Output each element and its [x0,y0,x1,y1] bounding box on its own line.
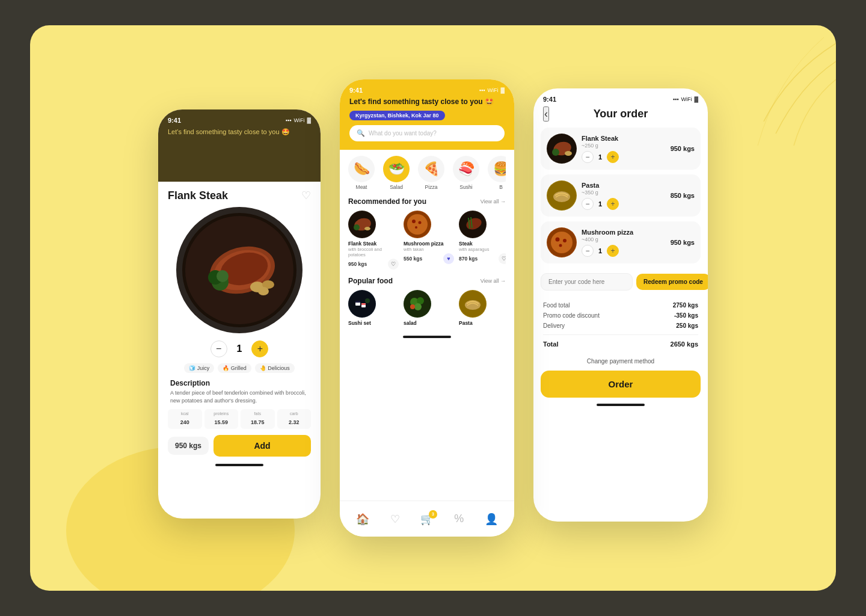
popular-item-2[interactable]: Pasta [459,290,506,326]
add-to-cart-button[interactable]: Add [213,435,311,457]
order-item-img-0 [547,134,577,164]
svg-point-34 [410,304,415,309]
category-burger[interactable]: 🍔 B [488,156,506,190]
order-item-name-0: Flank Steak [582,135,666,142]
order-increment-2[interactable]: + [607,245,619,257]
svg-point-18 [419,221,422,224]
category-sushi[interactable]: 🍣 Sushi [453,156,479,190]
svg-point-40 [565,151,572,156]
meat-icon-circle: 🌭 [348,156,375,182]
popular-item-1[interactable]: salad [404,290,454,326]
nav-favorites[interactable]: ♡ [390,513,400,526]
pizza-icon-circle: 🍕 [418,156,444,182]
order-button[interactable]: Order [541,371,701,398]
order-decrement-1[interactable]: − [582,198,594,210]
svg-point-29 [365,298,370,303]
pizza-label: Pizza [425,184,438,190]
description-title: Description [170,379,309,387]
steak-mini-svg [348,211,376,238]
recommended-img-1 [404,211,431,238]
sushi-label: Sushi [459,184,472,190]
steak2-mini-svg [459,211,487,238]
recommended-section-header: Recommended for you View all → [348,197,506,206]
like-button-1[interactable]: ♥ [443,253,454,264]
phone-order-screen: 9:41 ▪▪▪ WiFi ▓ ‹ Your order [533,88,708,522]
tag-juicy: 🧊 Juicy [184,363,214,373]
promo-button[interactable]: Redeem promo code [636,274,708,290]
kcal-value: 240 [180,419,189,425]
like-button-0[interactable]: ♡ [388,259,399,270]
phone-detail-screen: 9:41 ▪▪▪ WiFi ▓ Let's find something tas… [158,109,321,519]
recommended-item-2[interactable]: Steak with asparagus 870 kgs ♡ [459,211,506,270]
favorite-icon[interactable]: ♡ [301,189,311,202]
order-item-img-1 [547,180,577,211]
decrement-button[interactable]: − [210,340,227,357]
order-increment-1[interactable]: + [607,198,619,210]
category-salad[interactable]: 🥗 Salad [383,156,410,190]
popular-img-0 [348,290,376,318]
promo-section: Redeem promo code [533,268,708,295]
recommended-item-0[interactable]: Flank Steak with broccoli and potatoes 9… [348,211,399,270]
status-bar: 9:41 ▪▪▪ WiFi ▓ [168,117,311,124]
order-qty-row-1: − 1 + [582,198,666,210]
header-greeting: Let's find something tasty close to you … [168,128,311,136]
total-value: 2650 kgs [671,340,698,348]
nav-promos[interactable]: % [454,513,464,525]
summary-promo-row: Promo code discount -350 kgs [543,310,698,321]
nav-cart[interactable]: 🛒 3 [420,513,434,526]
burger-icon-circle: 🍔 [488,156,506,182]
proteins-label: proteins [207,411,236,416]
popular-title: Popular food [348,277,393,285]
description-text: A tender piece of beef tenderloin combin… [170,389,309,404]
order-increment-0[interactable]: + [607,151,619,163]
popular-item-0[interactable]: Sushi set [348,290,399,326]
payment-method-link[interactable]: Change payment method [533,354,708,368]
recommended-name-1: Mushroom pizza [404,241,454,247]
wifi-icon-2: WiFi [487,87,498,93]
category-pizza[interactable]: 🍕 Pizza [418,156,444,190]
food-total-label: Food total [543,302,570,309]
category-meat[interactable]: 🌭 Meat [348,156,375,190]
order-item-price-2: 950 kgs [671,239,695,246]
recommended-bottom-0: 950 kgs ♡ [348,259,399,270]
promo-discount-value: -350 kgs [674,312,698,319]
signal-icon-3: ▪▪▪ [673,96,679,102]
like-button-2[interactable]: ♡ [499,253,506,264]
search-bar[interactable]: 🔍 What do you want today? [349,125,505,141]
food-total-value: 2750 kgs [673,302,698,309]
order-pasta-svg [547,180,577,211]
salad-label: Salad [390,184,403,190]
description-section: Description A tender piece of beef tende… [168,379,311,404]
tags-row: 🧊 Juicy 🔥 Grilled 🤚 Delicious [168,363,311,373]
order-summary: Food total 2750 kgs Promo code discount … [533,295,708,354]
sushi-mini-svg [348,290,376,318]
tag-grilled-label: 🔥 Grilled [223,365,247,371]
order-qty-row-0: − 1 + [582,151,666,163]
recommended-item-1[interactable]: Mushroom pizza with takan 550 kgs ♥ [404,211,454,270]
svg-point-47 [559,244,562,247]
pizza-mini-svg [404,211,431,238]
recommended-view-all[interactable]: View all → [481,199,506,205]
order-decrement-0[interactable]: − [582,151,594,163]
order-item-img-2 [547,227,577,257]
price-display: 950 kgs [168,437,209,455]
back-button[interactable]: ‹ [543,106,549,122]
popular-view-all[interactable]: View all → [481,278,506,284]
status-time-3: 9:41 [543,96,556,103]
order-item-name-1: Pasta [582,182,666,189]
recommended-bottom-1: 550 kgs ♥ [404,253,454,264]
nutrition-carb: carb 2.32 [277,409,312,429]
nav-home[interactable]: 🏠 [356,513,369,526]
status-icons: ▪▪▪ WiFi ▓ [286,117,311,123]
nav-profile[interactable]: 👤 [485,513,498,526]
order-decrement-2[interactable]: − [582,245,594,257]
location-pill[interactable]: Kyrgyzstan, Bishkek, Kok Jar 80 [349,111,445,120]
promo-input[interactable] [541,273,633,291]
order-item-2: Mushroom pizza ~400 g − 1 + 950 kgs [541,221,701,263]
search-icon: 🔍 [357,129,365,137]
svg-rect-26 [355,301,360,303]
order-title: Your order [594,108,648,120]
increment-button[interactable]: + [251,340,268,357]
fats-value: 18.75 [251,419,265,425]
popular-name-0: Sushi set [348,320,399,326]
